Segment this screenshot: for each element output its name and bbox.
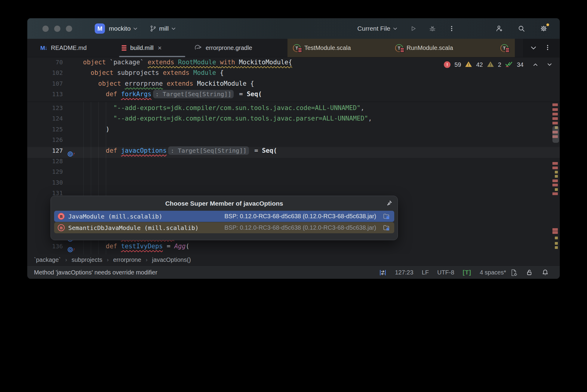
line-separator-widget[interactable]: LF	[422, 269, 429, 276]
tab-TestModule.scala[interactable]: TTestModule.scala	[287, 39, 390, 57]
warning-icon: !	[465, 61, 472, 69]
more-actions-button[interactable]	[446, 23, 457, 34]
inspections-widget[interactable]: ! 59 ! 42 ! 2 34	[444, 60, 552, 69]
override-gutter-icon[interactable]	[68, 245, 73, 254]
tab-build.mill[interactable]: build.mill×	[116, 39, 188, 57]
error-stripe-mark[interactable]	[552, 231, 558, 234]
code-text: def javacOptions: Target[Seq[String]] = …	[27, 147, 560, 154]
line-number: 128	[27, 158, 63, 165]
tab-errorprone.gradle[interactable]: errorprone.gradle	[188, 39, 287, 57]
warning-stripe-mark[interactable]	[555, 246, 558, 249]
window-controls	[42, 26, 72, 32]
close-window-button[interactable]	[42, 26, 49, 32]
run-configuration-label: Current File	[357, 25, 390, 32]
super-member-option[interactable]: mJavaModule (mill.scalalib)BSP: 0.12.0-R…	[54, 211, 394, 222]
markdown-icon: M↓	[40, 45, 47, 51]
error-stripe-mark[interactable]	[552, 122, 558, 124]
error-stripe-mark[interactable]	[552, 108, 558, 111]
svg-text:!: !	[468, 63, 469, 67]
mill-trait-icon: m	[58, 224, 65, 231]
search-everywhere-button[interactable]	[516, 23, 527, 34]
previous-problem-button[interactable]	[533, 62, 538, 67]
warning-stripe-mark[interactable]	[555, 171, 558, 173]
settings-badge	[546, 23, 549, 26]
code-line-113[interactable]: 113def forkArgs: Target[Seq[String]] = S…	[27, 90, 560, 101]
run-configuration-selector[interactable]: Current File	[357, 25, 397, 32]
code-line-125[interactable]: 125)	[27, 126, 560, 136]
breadcrumb-item[interactable]: errorprone	[113, 256, 141, 263]
tab-label: TestModule.scala	[304, 44, 351, 51]
project-selector[interactable]: mockito	[105, 25, 137, 32]
error-stripe-mark[interactable]	[552, 162, 558, 165]
error-stripe-mark[interactable]	[552, 228, 558, 231]
tab-RunModule.scala[interactable]: TRunModule.scala	[390, 39, 495, 57]
error-stripe-mark[interactable]	[552, 184, 558, 186]
warning-stripe-mark[interactable]	[555, 237, 558, 239]
error-stripe-mark[interactable]	[552, 179, 558, 182]
warning-stripe-mark[interactable]	[555, 175, 558, 178]
branch-icon	[149, 23, 157, 34]
code-with-me-button[interactable]	[493, 23, 505, 34]
code-line-136[interactable]: 136def testIvyDeps = Agg(	[27, 243, 560, 253]
line-number: 124	[27, 115, 63, 122]
tab-README.md[interactable]: M↓README.md	[35, 39, 116, 57]
code-text: def forkArgs: Target[Seq[String]] = Seq(	[27, 90, 560, 98]
tab-more[interactable]: T	[495, 39, 515, 57]
pin-icon[interactable]	[386, 200, 392, 208]
minimize-window-button[interactable]	[54, 26, 60, 32]
chevron-down-icon	[133, 27, 137, 30]
code-text: object errorprone extends MockitoModule …	[27, 80, 560, 87]
error-stripe-mark[interactable]	[552, 192, 558, 195]
code-style-settings-icon[interactable]	[510, 269, 518, 277]
warning-stripe-mark[interactable]	[555, 188, 558, 191]
code-editor[interactable]: "--add-exports=jdk.compiler/com.sun.tool…	[27, 57, 560, 254]
error-icon: !	[444, 61, 450, 68]
editor-tab-bar: M↓README.mdbuild.mill×errorprone.gradleT…	[27, 39, 560, 57]
maximize-window-button[interactable]	[66, 26, 72, 32]
code-line-130[interactable]: 130	[27, 179, 560, 190]
project-name: mockito	[109, 25, 131, 32]
scrollbar-thumb[interactable]	[552, 126, 559, 143]
breadcrumb-item[interactable]: `package`	[34, 256, 61, 263]
indent-style-widget[interactable]: 4 spaces*	[480, 269, 506, 276]
title-bar: M mockito mill Current File	[27, 18, 560, 39]
error-stripe-mark[interactable]	[552, 167, 558, 169]
code-line-128[interactable]: 128	[27, 158, 560, 168]
tab-options-button[interactable]	[544, 44, 551, 52]
member-name: SemanticDbJavaModule (mill.scalalib)	[68, 224, 198, 231]
tab-bar-controls	[523, 39, 560, 57]
clipped-code-line: "--add-exports=jdk.compiler/com.sun.tool…	[27, 102, 560, 105]
project-icon: M	[95, 23, 105, 34]
super-member-option[interactable]: mSemanticDbJavaModule (mill.scalalib)BSP…	[54, 222, 394, 233]
code-line-129[interactable]: 129	[27, 168, 560, 179]
error-stripe-mark[interactable]	[552, 113, 558, 115]
breadcrumb: `package`›subprojects›errorprone›javacOp…	[27, 254, 560, 265]
code-text: object subprojects extends Module {	[27, 69, 560, 76]
code-line-102[interactable]: 102object subprojects extends Module {	[27, 69, 560, 80]
choose-super-member-popup: Choose Super Member of javacOptions mJav…	[51, 196, 398, 240]
vcs-branch-selector[interactable]: mill	[149, 23, 176, 34]
column-mode-icon[interactable]	[379, 269, 386, 276]
code-line-123[interactable]: 123"--add-exports=jdk.compiler/com.sun.t…	[27, 104, 560, 115]
show-hidden-tabs-button[interactable]	[531, 45, 536, 51]
settings-button[interactable]	[538, 23, 549, 34]
debug-button[interactable]	[427, 23, 438, 34]
lock-icon[interactable]	[526, 269, 533, 277]
breadcrumb-item[interactable]: javacOptions()	[152, 256, 191, 263]
notifications-bell-icon[interactable]	[542, 269, 549, 277]
member-location: BSP: 0.12.0-RC3-68-d5c638 (0.12.0-RC3-68…	[224, 224, 376, 231]
code-line-124[interactable]: 124"--add-exports=jdk.compiler/com.sun.t…	[27, 115, 560, 126]
chevron-down-icon	[171, 27, 176, 30]
error-stripe-mark[interactable]	[552, 117, 558, 120]
warning-stripe-mark[interactable]	[555, 242, 558, 245]
breadcrumb-item[interactable]: subprojects	[72, 256, 102, 263]
close-tab-icon[interactable]: ×	[158, 45, 162, 51]
encoding-widget[interactable]: UTF-8	[437, 269, 454, 276]
code-line-126[interactable]: 126	[27, 136, 560, 147]
next-problem-button[interactable]	[547, 62, 552, 67]
caret-position-widget[interactable]: 127:23	[395, 269, 413, 276]
run-button[interactable]	[407, 23, 419, 34]
highlighting-level-widget[interactable]: [T]	[463, 269, 472, 276]
code-line-107[interactable]: 107object errorprone extends MockitoModu…	[27, 80, 560, 91]
code-line-127[interactable]: 127def javacOptions: Target[Seq[String]]…	[27, 147, 560, 158]
